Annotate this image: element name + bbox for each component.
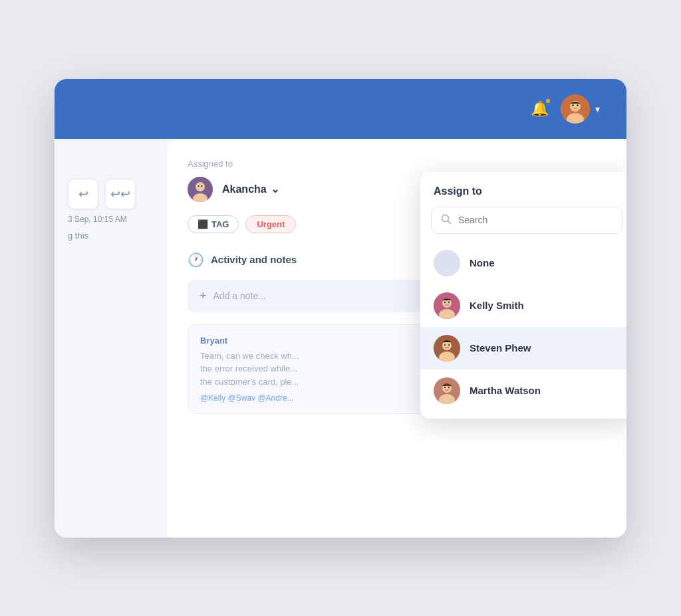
svg-point-9 — [198, 185, 200, 187]
option-martha-name: Martha Watson — [470, 385, 541, 396]
tag-icon: ⬛ — [198, 219, 208, 229]
svg-point-18 — [448, 301, 450, 303]
activity-title: Activity and notes — [211, 254, 297, 265]
app-window: 🔔 ▾ — [55, 79, 626, 538]
message-partial: g this — [68, 231, 136, 241]
svg-point-4 — [572, 104, 573, 106]
svg-point-22 — [444, 344, 446, 346]
martha-avatar — [434, 377, 460, 404]
action-buttons: ↩ ↩↩ — [68, 179, 136, 209]
search-input[interactable] — [458, 215, 613, 225]
option-kelly-name: Kelly Smith — [470, 300, 524, 311]
svg-point-5 — [577, 104, 578, 106]
svg-point-20 — [442, 341, 452, 350]
svg-line-12 — [448, 221, 451, 223]
notification-button[interactable]: 🔔 — [531, 100, 549, 118]
assignee-name: Akancha — [222, 183, 267, 195]
assign-option-steven[interactable]: Steven Phew — [420, 327, 626, 369]
svg-point-7 — [196, 182, 205, 191]
date-label: 3 Sep, 10:15 AM — [68, 215, 136, 224]
main-panel: Assigned to Akancha ⌄ Open — [168, 139, 626, 538]
kelly-avatar — [434, 292, 460, 319]
assign-dropdown: Assign to — [420, 172, 626, 419]
none-avatar — [434, 250, 460, 276]
assign-option-kelly[interactable]: Kelly Smith — [420, 284, 626, 327]
top-bar: 🔔 ▾ — [55, 79, 626, 139]
tag-badge[interactable]: ⬛ TAG — [188, 215, 239, 233]
plus-icon: + — [200, 289, 207, 303]
tag-label: TAG — [211, 219, 229, 229]
assign-option-martha[interactable]: Martha Watson — [420, 369, 626, 412]
assigned-label: Assigned to — [188, 159, 607, 169]
add-note-placeholder: Add a note... — [213, 290, 266, 301]
assignee-avatar — [188, 177, 213, 202]
option-steven-name: Steven Phew — [470, 342, 531, 354]
assign-option-none[interactable]: None — [420, 242, 626, 284]
svg-point-27 — [444, 386, 446, 388]
urgent-label: Urgent — [257, 219, 285, 229]
user-menu-button[interactable]: ▾ — [561, 94, 600, 124]
option-none-name: None — [470, 257, 495, 268]
svg-point-28 — [448, 386, 450, 388]
svg-point-10 — [202, 185, 203, 187]
urgent-badge[interactable]: Urgent — [245, 215, 296, 233]
assign-to-title: Assign to — [420, 185, 626, 207]
svg-point-17 — [444, 301, 446, 303]
main-content: ↩ ↩↩ 3 Sep, 10:15 AM g this Assigned to — [55, 139, 626, 538]
reply-button[interactable]: ↩ — [68, 179, 98, 209]
assignee-name-button[interactable]: Akancha ⌄ — [222, 183, 279, 195]
left-sidebar: ↩ ↩↩ 3 Sep, 10:15 AM g this — [55, 139, 168, 538]
avatar — [561, 94, 590, 124]
search-icon — [441, 214, 452, 227]
svg-point-23 — [448, 344, 450, 346]
steven-avatar — [434, 335, 460, 361]
reply-all-button[interactable]: ↩↩ — [105, 179, 136, 209]
svg-point-13 — [434, 250, 460, 276]
assignee-chevron: ⌄ — [271, 183, 279, 195]
activity-icon: 🕐 — [188, 252, 204, 268]
search-box — [431, 207, 622, 234]
notification-badge — [545, 98, 551, 104]
user-menu-chevron: ▾ — [595, 104, 600, 114]
